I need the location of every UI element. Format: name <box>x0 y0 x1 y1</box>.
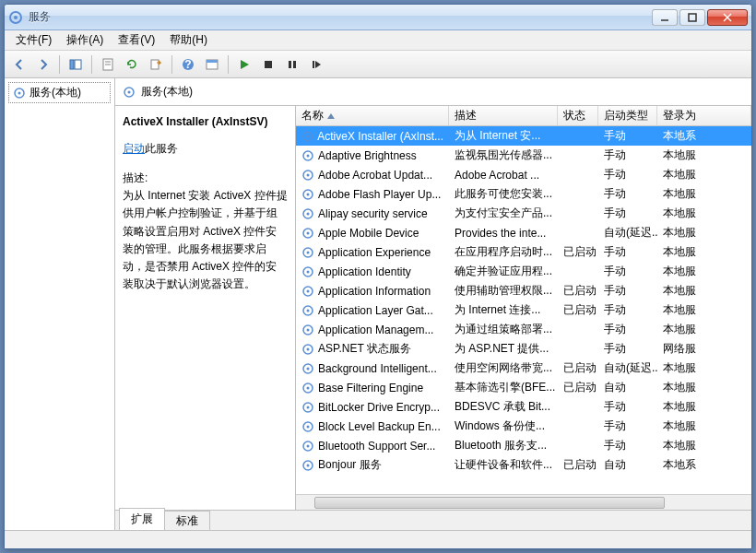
refresh-button[interactable] <box>121 53 143 76</box>
service-row[interactable]: BitLocker Drive Encryp...BDESVC 承载 Bit..… <box>296 397 751 417</box>
show-hide-action-button[interactable] <box>201 53 223 76</box>
gear-icon <box>301 188 314 201</box>
menu-help[interactable]: 帮助(H) <box>162 30 215 50</box>
col-startup[interactable]: 启动类型 <box>598 106 657 125</box>
service-row[interactable]: ASP.NET 状态服务为 ASP.NET 提供...手动网络服 <box>296 339 751 359</box>
cell-status: 已启动 <box>558 281 598 300</box>
tree-root-label: 服务(本地) <box>30 85 81 100</box>
cell-status: 已启动 <box>558 300 598 320</box>
separator <box>228 55 229 74</box>
cell-startup: 手动 <box>598 417 657 436</box>
cell-desc: 为通过组策略部署... <box>449 320 558 339</box>
menu-file[interactable]: 文件(F) <box>8 30 59 50</box>
restart-service-button[interactable] <box>305 53 327 76</box>
service-row[interactable]: Application Information使用辅助管理权限...已启动手动本… <box>296 281 751 300</box>
cell-desc: Adobe Acrobat ... <box>449 167 558 183</box>
start-service-button[interactable] <box>233 53 255 76</box>
col-status[interactable]: 状态 <box>558 106 598 125</box>
scrollbar-thumb[interactable] <box>314 497 665 509</box>
split: ActiveX Installer (AxInstSV) 启动此服务 描述: 为… <box>115 106 751 510</box>
list-pane: 名称 描述 状态 启动类型 登录为 ActiveX Installer (AxI… <box>296 106 751 510</box>
cell-desc: 为支付宝安全产品... <box>449 204 558 223</box>
service-row[interactable]: ActiveX Installer (AxInst...为从 Internet … <box>296 126 751 146</box>
cell-status <box>558 154 598 158</box>
cell-logon: 本地服 <box>657 320 751 339</box>
cell-name: Application Information <box>296 283 449 300</box>
minimize-button[interactable] <box>652 9 678 26</box>
pause-service-button[interactable] <box>281 53 303 76</box>
service-row[interactable]: Base Filtering Engine基本筛选引擎(BFE...已启动自动本… <box>296 378 751 397</box>
body: 服务(本地) 服务(本地) ActiveX Installer (AxInstS… <box>5 78 751 530</box>
svg-text:?: ? <box>184 58 191 71</box>
gear-icon <box>301 285 314 298</box>
svg-point-27 <box>307 154 310 157</box>
gear-icon <box>301 343 314 356</box>
tab-standard[interactable]: 标准 <box>164 511 210 530</box>
cell-status: 已启动 <box>558 378 598 397</box>
forward-button[interactable] <box>32 53 54 76</box>
col-desc[interactable]: 描述 <box>449 106 558 125</box>
cell-startup: 自动 <box>598 378 657 397</box>
service-row[interactable]: Adobe Acrobat Updat...Adobe Acrobat ...手… <box>296 165 751 184</box>
svg-rect-6 <box>70 60 74 69</box>
cell-desc: 为 Internet 连接... <box>449 300 558 320</box>
svg-rect-18 <box>293 61 296 68</box>
col-name[interactable]: 名称 <box>296 106 449 125</box>
service-row[interactable]: Bluetooth Support Ser...Bluetooth 服务支...… <box>296 436 751 455</box>
cell-logon: 本地服 <box>657 146 751 165</box>
help-button[interactable]: ? <box>177 53 199 76</box>
cell-name: Adaptive Brightness <box>296 147 449 164</box>
cell-status <box>558 328 598 332</box>
cell-desc: 确定并验证应用程... <box>449 262 558 281</box>
properties-button[interactable] <box>97 53 119 76</box>
titlebar[interactable]: 服务 <box>5 5 751 30</box>
gear-icon <box>301 149 314 162</box>
stop-service-button[interactable] <box>257 53 279 76</box>
start-link[interactable]: 启动 <box>123 142 145 155</box>
cell-status <box>558 270 598 274</box>
service-row[interactable]: Adobe Flash Player Up...此服务可使您安装...手动本地服 <box>296 184 751 204</box>
back-button[interactable] <box>8 53 30 76</box>
show-hide-tree-button[interactable] <box>65 53 87 76</box>
cell-logon: 本地服 <box>657 223 751 242</box>
services-window: 服务 文件(F) 操作(A) 查看(V) 帮助(H) ? <box>4 4 752 549</box>
menu-view[interactable]: 查看(V) <box>111 30 162 50</box>
maximize-button[interactable] <box>679 9 705 26</box>
menu-action[interactable]: 操作(A) <box>59 30 111 50</box>
service-row[interactable]: Application Layer Gat...为 Internet 连接...… <box>296 300 751 320</box>
tree-pane[interactable]: 服务(本地) <box>5 78 115 530</box>
tree-root[interactable]: 服务(本地) <box>8 82 111 103</box>
svg-point-59 <box>307 464 310 466</box>
service-row[interactable]: Alipay security service为支付宝安全产品...手动本地服 <box>296 204 751 223</box>
svg-rect-15 <box>207 60 218 63</box>
cell-name: Application Experience <box>296 244 449 261</box>
tab-extended[interactable]: 扩展 <box>119 508 165 530</box>
cell-status: 已启动 <box>558 455 598 475</box>
sort-asc-icon <box>327 113 335 119</box>
cell-desc: 此服务可使您安装... <box>449 184 558 204</box>
cell-startup: 手动 <box>598 300 657 320</box>
main-pane: 服务(本地) ActiveX Installer (AxInstSV) 启动此服… <box>115 78 751 530</box>
col-logon[interactable]: 登录为 <box>657 106 751 125</box>
service-row[interactable]: Adaptive Brightness监视氛围光传感器...手动本地服 <box>296 146 751 165</box>
service-row[interactable]: Apple Mobile DeviceProvides the inte...自… <box>296 223 751 242</box>
cell-startup: 自动 <box>598 455 657 475</box>
cell-name: Apple Mobile Device <box>296 225 449 241</box>
svg-rect-17 <box>289 61 291 68</box>
horizontal-scrollbar[interactable] <box>296 494 751 510</box>
cell-startup: 手动 <box>598 320 657 339</box>
service-row[interactable]: Application Experience在应用程序启动时...已启动手动本地… <box>296 242 751 262</box>
export-button[interactable] <box>145 53 167 76</box>
cell-desc: 基本筛选引擎(BFE... <box>449 378 558 397</box>
service-row[interactable]: Application Identity确定并验证应用程...手动本地服 <box>296 262 751 281</box>
svg-point-35 <box>307 231 310 234</box>
cell-name: Application Managem... <box>296 322 449 338</box>
service-rows[interactable]: ActiveX Installer (AxInst...为从 Internet … <box>296 126 751 494</box>
service-row[interactable]: Block Level Backup En...Windows 备份使...手动… <box>296 417 751 436</box>
cell-desc: BDESVC 承载 Bit... <box>449 397 558 417</box>
service-row[interactable]: Application Managem...为通过组策略部署...手动本地服 <box>296 320 751 339</box>
svg-point-23 <box>128 90 131 93</box>
service-row[interactable]: Background Intelligent...使用空闲网络带宽...已启动自… <box>296 359 751 378</box>
service-row[interactable]: Bonjour 服务让硬件设备和软件...已启动自动本地系 <box>296 455 751 475</box>
close-button[interactable] <box>707 9 748 26</box>
